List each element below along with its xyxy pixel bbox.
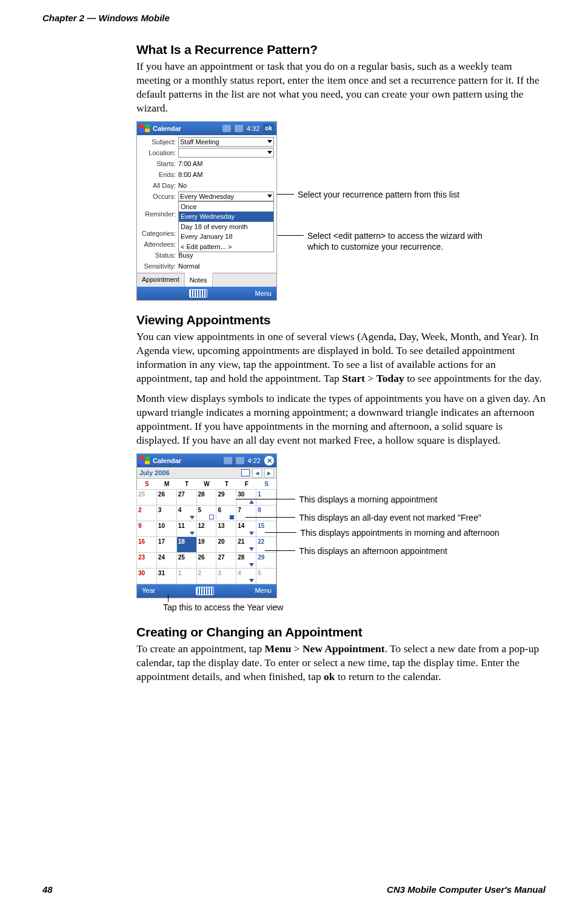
day-cell[interactable]: 19 xyxy=(196,536,217,553)
dow-mon: M xyxy=(157,479,177,489)
day-cell[interactable]: 17 xyxy=(156,536,177,553)
afternoon-icon xyxy=(249,532,254,535)
titlebar: Calendar 4:22 ✕ xyxy=(137,454,276,467)
field-sensitivity[interactable]: Normal xyxy=(178,262,274,271)
field-occurs[interactable]: Every Wednesday xyxy=(178,192,274,201)
clock-text: 4:22 xyxy=(248,456,261,466)
month-grid: S M T W T F S 25 26 27 28 29 30 1 2 3 xyxy=(137,479,276,584)
day-cell[interactable]: 26 xyxy=(156,489,177,506)
callout-recurrence-list: Select your recurrence pattern from this… xyxy=(298,190,459,199)
label-status: Status: xyxy=(139,251,178,260)
day-cell[interactable]: 29 xyxy=(216,489,236,506)
day-cell[interactable]: 2 xyxy=(196,568,217,584)
day-cell[interactable]: 8 xyxy=(256,505,276,521)
para-recurrence: If you have an appointment or task that … xyxy=(136,59,546,115)
signal-icon xyxy=(224,457,232,464)
ok-button[interactable]: ok xyxy=(263,124,274,133)
heading-viewing: Viewing Appointments xyxy=(136,312,546,329)
day-cell[interactable]: 3 xyxy=(156,505,177,521)
day-cell[interactable]: 6 xyxy=(216,505,236,521)
tab-appointment[interactable]: Appointment xyxy=(137,273,185,287)
day-cell[interactable]: 23 xyxy=(136,552,157,569)
label-attendees: Attendees: xyxy=(139,240,178,249)
day-cell[interactable]: 25 xyxy=(136,489,157,506)
allday-icon xyxy=(209,515,214,519)
dow-tue: T xyxy=(177,479,197,489)
afternoon-icon xyxy=(249,579,254,582)
day-cell[interactable]: 26 xyxy=(196,552,217,569)
day-cell[interactable]: 12 xyxy=(196,521,217,537)
label-sensitivity: Sensitivity: xyxy=(139,262,178,271)
clock-text: 4:32 xyxy=(247,124,259,133)
label-occurs: Occurs: xyxy=(139,192,178,201)
field-ends[interactable]: 8:00 AM xyxy=(178,170,274,179)
running-header: Chapter 2 — Windows Mobile xyxy=(42,12,546,24)
heading-creating: Creating or Changing an Appointment xyxy=(136,624,546,641)
day-cell[interactable]: 27 xyxy=(176,489,197,506)
day-cell[interactable]: 4 xyxy=(236,568,256,584)
day-cell-today[interactable]: 18 xyxy=(176,536,197,553)
next-month-button[interactable]: ► xyxy=(264,469,274,478)
field-subject[interactable]: Staff Meeting xyxy=(178,137,274,147)
day-cell[interactable]: 11 xyxy=(176,521,197,537)
start-icon[interactable] xyxy=(139,456,150,465)
day-cell[interactable]: 27 xyxy=(216,552,236,569)
day-cell[interactable]: 15 xyxy=(256,521,276,537)
day-cell[interactable]: 1 xyxy=(176,568,197,584)
day-cell[interactable]: 30 xyxy=(236,489,256,506)
callout-edit-pattern: Select <edit pattern> to access the wiza… xyxy=(307,230,501,252)
volume-icon xyxy=(235,125,243,132)
chevron-down-icon xyxy=(267,140,272,143)
month-label[interactable]: July 2006 xyxy=(139,469,170,478)
day-cell[interactable]: 28 xyxy=(236,552,256,569)
afternoon-icon xyxy=(190,532,195,535)
titlebar: Calendar 4:32 ok xyxy=(137,122,276,135)
day-cell[interactable]: 14 xyxy=(236,521,256,537)
dow-sat: S xyxy=(256,479,276,489)
keyboard-icon[interactable] xyxy=(196,587,214,595)
prev-month-button[interactable]: ◄ xyxy=(252,469,262,478)
callout-year-view: Tap this to access the Year view xyxy=(163,602,283,612)
day-cell[interactable]: 3 xyxy=(216,568,236,584)
para-viewing-1: You can view appointments in one of seve… xyxy=(136,330,546,385)
day-cell[interactable]: 24 xyxy=(156,552,177,569)
day-cell[interactable]: 31 xyxy=(156,568,177,584)
tab-notes[interactable]: Notes xyxy=(185,273,213,287)
close-button[interactable]: ✕ xyxy=(264,456,274,466)
day-cell[interactable]: 16 xyxy=(136,536,157,553)
year-softkey[interactable]: Year xyxy=(142,586,155,595)
day-cell[interactable]: 10 xyxy=(156,521,177,537)
day-cell[interactable]: 7 xyxy=(236,505,256,521)
day-cell[interactable]: 13 xyxy=(216,521,236,537)
field-allday[interactable]: No xyxy=(178,181,274,190)
day-cell[interactable]: 9 xyxy=(136,521,157,537)
field-starts[interactable]: 7:00 AM xyxy=(178,159,274,169)
callout-afternoon: This displays an afternoon appointment xyxy=(299,546,447,556)
dow-fri: F xyxy=(236,479,256,489)
day-cell[interactable]: 25 xyxy=(176,552,197,569)
start-icon[interactable] xyxy=(139,124,150,133)
screenshot-calendar-month: Calendar 4:22 ✕ July 2006 ◄ ► xyxy=(136,453,277,598)
day-cell[interactable]: 29 xyxy=(256,552,276,569)
label-ends: Ends: xyxy=(139,170,178,179)
para-viewing-2: Month view displays symbols to indicate … xyxy=(136,392,546,447)
day-cell[interactable]: 28 xyxy=(196,489,217,506)
day-cell[interactable]: 20 xyxy=(216,536,236,553)
keyboard-icon[interactable] xyxy=(189,289,207,298)
afternoon-icon xyxy=(249,547,254,551)
day-cell[interactable]: 5 xyxy=(196,505,217,521)
day-cell[interactable]: 1 xyxy=(256,489,276,506)
both-icon xyxy=(230,515,234,519)
today-icon[interactable] xyxy=(241,469,250,476)
day-cell[interactable]: 2 xyxy=(136,505,157,521)
menu-softkey[interactable]: Menu xyxy=(255,289,272,298)
signal-icon xyxy=(222,125,231,132)
field-location[interactable] xyxy=(178,148,274,158)
day-cell[interactable]: 4 xyxy=(176,505,197,521)
day-cell[interactable]: 30 xyxy=(136,568,157,584)
callout-morning: This displays a morning appointment xyxy=(299,495,437,504)
day-cell[interactable]: 21 xyxy=(236,536,256,553)
field-status[interactable]: Busy xyxy=(178,251,274,260)
day-cell[interactable]: 5 xyxy=(256,568,276,584)
menu-softkey[interactable]: Menu xyxy=(255,586,272,595)
